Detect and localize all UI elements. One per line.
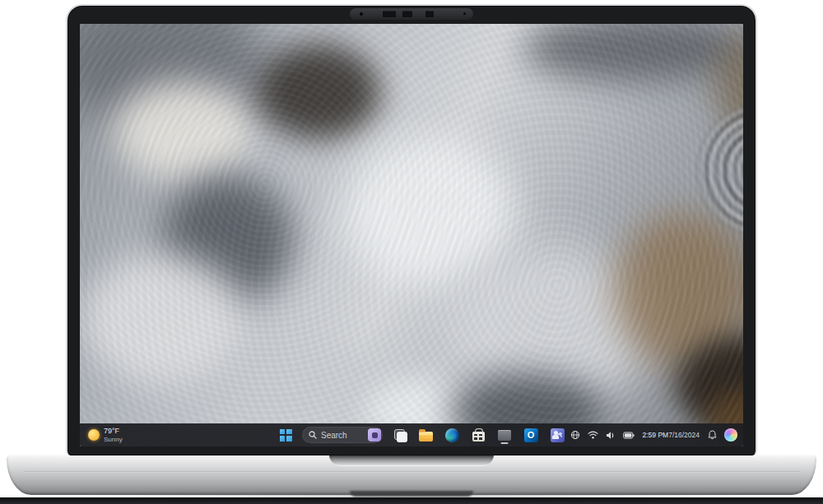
outlook-button[interactable]: O [521, 425, 541, 445]
screen: 79°F Sunny Search [80, 24, 743, 446]
file-explorer-button[interactable] [416, 425, 435, 445]
app-window-icon [498, 430, 511, 441]
date-text: 7/16/2024 [668, 431, 700, 439]
store-bag-icon [472, 432, 485, 442]
system-tray: 2:59 PM 7/16/2024 [551, 423, 741, 446]
taskbar: 79°F Sunny Search [80, 423, 743, 446]
base-foot [350, 491, 473, 497]
volume-button[interactable] [605, 426, 616, 444]
search-box[interactable]: Search [302, 427, 383, 443]
ir-led [360, 12, 363, 16]
windows-logo-icon [280, 429, 292, 442]
bell-icon [708, 430, 717, 440]
desktop-wallpaper[interactable] [80, 24, 743, 446]
hidden-icons-button[interactable] [554, 426, 564, 444]
ir-camera [383, 11, 396, 17]
chevron-up-icon [555, 432, 563, 438]
battery-icon [623, 432, 635, 439]
camera-module [350, 8, 473, 20]
microsoft-store-button[interactable] [468, 425, 488, 445]
wifi-icon [588, 431, 598, 439]
base-seam [23, 471, 800, 473]
running-app-button[interactable] [495, 425, 514, 445]
globe-tray-button[interactable] [570, 426, 581, 444]
laptop-base [7, 454, 816, 495]
wifi-button[interactable] [587, 426, 599, 444]
folder-icon [419, 432, 433, 442]
search-highlights-icon[interactable] [368, 428, 381, 442]
lid-scoop-notch [329, 454, 494, 466]
marble-veins [80, 24, 743, 446]
weather-widget[interactable]: 79°F Sunny [83, 423, 128, 446]
battery-button[interactable] [622, 426, 635, 444]
mic-hole [463, 12, 466, 15]
copilot-button[interactable] [723, 426, 738, 444]
weather-condition: Sunny [104, 436, 123, 443]
sensor [402, 11, 412, 17]
time-text: 2:59 PM [643, 431, 669, 439]
start-button[interactable] [276, 425, 295, 445]
search-icon [309, 431, 317, 439]
speaker-icon [606, 431, 616, 440]
running-app-indicator [501, 442, 509, 444]
sunny-weather-icon [88, 429, 100, 441]
webcam [425, 11, 434, 17]
edge-browser-button[interactable] [442, 425, 462, 445]
edge-icon [445, 428, 459, 442]
copilot-icon [724, 428, 737, 442]
task-view-button[interactable] [389, 425, 409, 445]
clock[interactable]: 2:59 PM 7/16/2024 [641, 426, 701, 444]
search-placeholder: Search [321, 431, 364, 440]
weather-temperature: 79°F [104, 427, 123, 435]
laptop-lid: 79°F Sunny Search [66, 4, 757, 455]
globe-icon [570, 430, 580, 440]
table-edge [0, 497, 823, 504]
outlook-icon: O [524, 428, 538, 442]
taskbar-center-icons: Search [276, 423, 567, 446]
notifications-button[interactable] [707, 426, 718, 444]
